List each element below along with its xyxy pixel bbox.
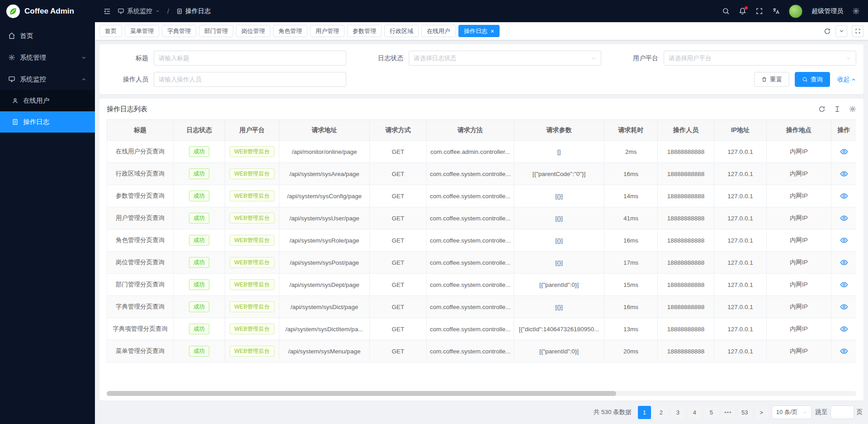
cell-status: 成功 — [174, 252, 225, 274]
cell: /api/system/sysMenu/page — [279, 340, 370, 362]
row-height-icon[interactable] — [834, 105, 841, 113]
cell: /api/system/sysDict/page — [279, 296, 370, 318]
title-input[interactable] — [154, 51, 346, 66]
settings-gear-icon[interactable] — [852, 7, 860, 15]
view-detail-eye-icon[interactable] — [840, 170, 848, 178]
tab-item[interactable]: 在线用户 — [421, 25, 456, 37]
search-icon[interactable] — [722, 7, 730, 15]
tab-item[interactable]: 角色管理 — [273, 25, 307, 37]
tabs-menu-chevron-icon[interactable] — [835, 25, 847, 37]
breadcrumb-current: 操作日志 — [176, 7, 211, 15]
page-button-1[interactable]: 1 — [638, 406, 651, 419]
table-toolbar — [818, 105, 856, 113]
view-detail-eye-icon[interactable] — [840, 258, 848, 267]
tab-close-icon[interactable]: × — [491, 28, 494, 34]
view-detail-eye-icon[interactable] — [840, 214, 848, 222]
tab-item[interactable]: 字典管理 — [162, 25, 196, 37]
page-size-label: 10 条/页 — [776, 408, 798, 416]
sidebar-item-op-logs[interactable]: 操作日志 — [0, 111, 95, 133]
operator-input[interactable] — [154, 72, 346, 87]
cell: GET — [370, 318, 427, 340]
status-badge: 成功 — [189, 213, 209, 224]
page-button-4[interactable]: 4 — [688, 406, 701, 419]
breadcrumb-separator: / — [167, 8, 169, 15]
tab-item[interactable]: 参数管理 — [347, 25, 382, 37]
collapse-link[interactable]: 收起 — [837, 76, 856, 84]
tab-label: 岗位管理 — [241, 27, 265, 35]
table-header-row: 标题日志状态用户平台请求地址请求方式请求方法请求参数请求耗时操作人员IP地址操作… — [107, 120, 857, 141]
pagination-next-button[interactable]: > — [755, 406, 768, 419]
sidebar-collapse-icon[interactable] — [103, 7, 111, 15]
translate-icon[interactable] — [772, 7, 780, 15]
platform-badge: WEB管理后台 — [230, 168, 274, 180]
tab-item[interactable]: 岗位管理 — [236, 25, 270, 37]
jump-page-input[interactable] — [830, 405, 854, 419]
operation-log-table: 标题日志状态用户平台请求地址请求方式请求方法请求参数请求耗时操作人员IP地址操作… — [107, 119, 856, 362]
platform-select[interactable]: 请选择用户平台 — [664, 51, 856, 66]
tabs-refresh-icon[interactable] — [824, 28, 831, 35]
view-detail-eye-icon[interactable] — [840, 192, 848, 200]
status-select[interactable]: 请选择日志状态 — [409, 51, 601, 66]
cell-platform: WEB管理后台 — [225, 141, 279, 163]
sidebar-item-system-monitor[interactable]: 系统监控 — [0, 68, 95, 90]
operator-input-field[interactable] — [159, 76, 341, 83]
tab-item[interactable]: 行政区域 — [384, 25, 419, 37]
cell: /api/system/sysDept/page — [279, 274, 370, 296]
cell: /api/system/sysConfig/page — [279, 185, 370, 207]
sidebar-item-online-users[interactable]: 在线用户 — [0, 90, 95, 111]
cell: 20ms — [604, 340, 658, 362]
view-detail-eye-icon[interactable] — [840, 325, 848, 333]
sidebar-item-system-mgmt[interactable]: 系统管理 — [0, 47, 95, 68]
gear-icon — [8, 54, 15, 61]
cell: [{}] — [514, 185, 604, 207]
sidebar-submenu: 在线用户 操作日志 — [0, 90, 95, 133]
horizontal-scrollbar-thumb[interactable] — [107, 391, 616, 396]
title-input-field[interactable] — [159, 55, 341, 62]
page-button-5[interactable]: 5 — [705, 406, 718, 419]
page-button-3[interactable]: 3 — [671, 406, 684, 419]
tab-item[interactable]: 用户管理 — [310, 25, 344, 37]
reset-button[interactable]: 重置 — [754, 72, 789, 87]
search-icon — [802, 76, 808, 82]
tab-item[interactable]: 部门管理 — [199, 25, 233, 37]
tab-item[interactable]: 菜单管理 — [125, 25, 159, 37]
view-detail-eye-icon[interactable] — [840, 347, 848, 355]
column-settings-gear-icon[interactable] — [849, 105, 856, 113]
monitor-icon — [118, 8, 124, 14]
table-row: 用户管理分页查询成功WEB管理后台/api/system/sysUser/pag… — [107, 207, 857, 229]
cell: 2ms — [604, 141, 658, 163]
search-button[interactable]: 查询 — [795, 72, 830, 87]
cell: 菜单管理分页查询 — [107, 340, 174, 362]
breadcrumb-parent[interactable]: 系统监控 — [118, 7, 160, 15]
table-refresh-icon[interactable] — [818, 105, 826, 113]
filter-field-platform: 用户平台 请选择用户平台 — [617, 51, 856, 66]
notification-bell-icon[interactable] — [739, 7, 746, 15]
cell-status: 成功 — [174, 229, 225, 252]
app-title: Coffee Admin — [24, 7, 74, 16]
page-button-53[interactable]: 53 — [738, 406, 751, 419]
view-detail-eye-icon[interactable] — [840, 303, 848, 311]
fullscreen-icon[interactable] — [755, 7, 763, 15]
tab-item[interactable]: 首页 — [99, 25, 122, 37]
page-size-select[interactable]: 10 条/页 — [772, 405, 812, 419]
view-detail-eye-icon[interactable] — [840, 148, 848, 156]
view-detail-eye-icon[interactable] — [840, 236, 848, 244]
user-avatar[interactable] — [789, 5, 802, 18]
tab-item[interactable]: 操作日志× — [458, 25, 500, 37]
platform-badge: WEB管理后台 — [230, 301, 274, 313]
chevron-down-icon — [802, 410, 807, 415]
view-detail-eye-icon[interactable] — [840, 281, 848, 289]
content-fullscreen-icon[interactable] — [852, 25, 863, 37]
sidebar-item-home[interactable]: 首页 — [0, 25, 95, 47]
tab-label: 字典管理 — [167, 27, 191, 35]
cell-platform: WEB管理后台 — [225, 274, 279, 296]
cell-actions — [831, 252, 857, 274]
cell: 部门管理分页查询 — [107, 274, 174, 296]
page-button-2[interactable]: 2 — [655, 406, 668, 419]
cell: com.coffee.system.controlle... — [427, 207, 514, 229]
app-logo[interactable]: Coffee Admin — [0, 0, 95, 22]
cell-platform: WEB管理后台 — [225, 252, 279, 274]
cell-platform: WEB管理后台 — [225, 207, 279, 229]
cell: 内网IP — [767, 229, 831, 252]
pagination-bar: 共 530 条数据 12345•••53 > 10 条/页 跳至 页 — [99, 405, 863, 419]
